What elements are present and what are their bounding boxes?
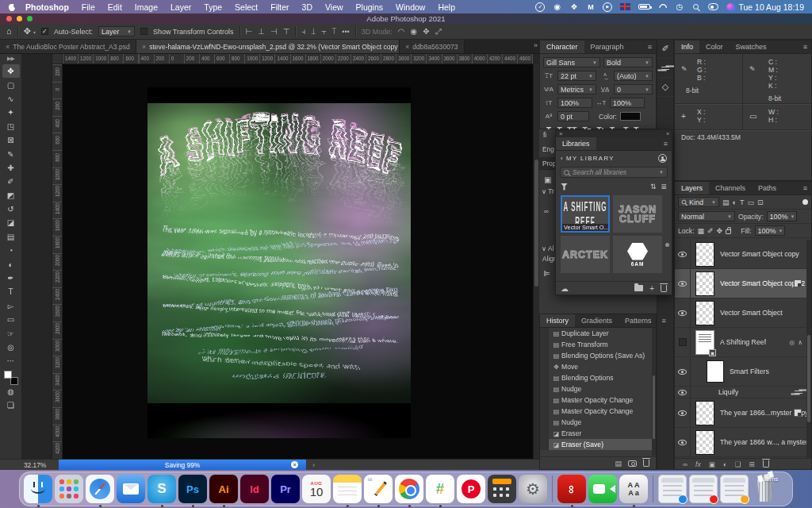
magic-wand-tool[interactable]: ✦ xyxy=(2,106,20,119)
apple-menu-icon[interactable] xyxy=(8,2,16,11)
mimestream-icon[interactable] xyxy=(586,2,595,12)
dock-premiere[interactable]: Pr xyxy=(271,475,300,503)
menu-photoshop[interactable]: Photoshop xyxy=(25,2,69,12)
dock-mail[interactable] xyxy=(117,475,145,503)
layer-row[interactable]: Vector Smart Object copy 2 xyxy=(675,269,806,298)
document-tab[interactable]: ×ddb8a5630073 xyxy=(400,40,465,53)
foreground-background-swatches[interactable] xyxy=(4,371,18,385)
new-snapshot-icon[interactable] xyxy=(628,460,637,467)
layer-row[interactable]: ▣A Shifting Reef◎∧ xyxy=(675,328,806,357)
scrollbar-thumb[interactable] xyxy=(807,335,810,422)
history-step[interactable]: ▤Master Opacity Change xyxy=(540,406,652,417)
control-center-icon[interactable] xyxy=(708,3,718,10)
link-layers-icon[interactable]: ∞ xyxy=(683,460,688,468)
filter-icon[interactable] xyxy=(561,183,568,190)
toolbox-collapse-icon[interactable]: ▶▶ xyxy=(7,56,14,62)
move-tool[interactable]: ✥ xyxy=(2,64,20,78)
filter-type-dropdown[interactable]: Kind ▼ xyxy=(678,197,719,207)
baseline-shift-field[interactable]: 0 pt xyxy=(557,111,589,121)
horizontal-ruler[interactable]: 1400120010008006004002000200400600800100… xyxy=(63,54,533,64)
tab-gradients[interactable]: Gradients xyxy=(575,314,619,327)
dock-font-book[interactable]: A AA a xyxy=(619,475,648,503)
collapse-chevron-icon[interactable]: ∧ xyxy=(798,339,802,346)
filter-adjustment-layers-icon[interactable]: ◐ xyxy=(733,198,737,206)
menu-plugins[interactable]: Plugins xyxy=(356,2,383,12)
dock-notes[interactable] xyxy=(333,475,362,503)
layer-name[interactable]: Vector Smart Object xyxy=(720,309,783,317)
show-transform-checkbox[interactable] xyxy=(140,28,147,35)
history-scrollbar[interactable] xyxy=(652,328,656,456)
tab-paragraph[interactable]: Paragraph xyxy=(584,40,630,53)
dock-calendar[interactable]: AUG10 xyxy=(302,475,331,503)
dock-launchpad[interactable] xyxy=(55,475,83,503)
screen-mode[interactable]: ❏ xyxy=(2,398,20,412)
opacity-dropdown[interactable]: 100% ▼ xyxy=(767,211,797,221)
filter-toggle[interactable] xyxy=(802,199,808,205)
visibility-toggle[interactable] xyxy=(675,328,691,356)
dock-slack[interactable] xyxy=(426,475,454,503)
dock-photoshop[interactable]: Ps xyxy=(178,475,207,503)
layer-row[interactable]: The year 1866...myster copy 2 xyxy=(675,398,806,428)
menu-help[interactable]: Help xyxy=(438,2,455,12)
library-asset[interactable]: JASON CLUFF xyxy=(613,195,662,233)
clock-icon[interactable] xyxy=(675,2,684,12)
history-brush-tool[interactable]: ↺ xyxy=(2,202,20,216)
crop-tool[interactable]: ◳ xyxy=(2,120,20,133)
battery-icon[interactable] xyxy=(638,4,650,10)
eraser-tool[interactable]: ◪ xyxy=(2,216,20,229)
delete-layer-icon[interactable] xyxy=(763,460,769,468)
lock-transparency-icon[interactable]: ▦ xyxy=(698,227,705,235)
pen-tool[interactable]: ✒ xyxy=(2,271,20,285)
close-panel-icon[interactable]: × xyxy=(559,130,563,137)
smudge-tool[interactable]: ◔ xyxy=(2,244,20,257)
tracking-dropdown[interactable]: 0▼ xyxy=(614,84,653,94)
lasso-tool[interactable]: ∿ xyxy=(2,92,20,106)
history-step[interactable]: ▤Free Transform xyxy=(540,339,652,350)
visibility-toggle[interactable] xyxy=(675,298,691,327)
path-select-tool[interactable]: ▻ xyxy=(2,299,20,313)
list-view-icon[interactable]: ≣ xyxy=(661,183,667,190)
brush-settings-icon[interactable]: ✐ xyxy=(657,40,673,59)
menu-image[interactable]: Image xyxy=(135,2,158,12)
layer-row[interactable]: Vector Smart Object xyxy=(675,298,806,328)
layer-name[interactable]: Liquify xyxy=(718,388,738,396)
panel-menu-icon[interactable]: ≡ xyxy=(799,40,811,53)
shape-tool[interactable]: ▭ xyxy=(2,313,20,326)
panel-menu-icon[interactable]: ≡ xyxy=(799,182,811,194)
cancel-progress-icon[interactable]: × xyxy=(291,461,298,468)
adjustment-layer-icon[interactable]: ◐ xyxy=(723,460,727,468)
filter-smart-objects-icon[interactable]: ⊡ xyxy=(757,198,764,206)
history-source-well[interactable] xyxy=(540,383,549,394)
layer-thumbnail[interactable] xyxy=(695,401,714,425)
history-source-well[interactable] xyxy=(540,350,549,361)
dodge-tool[interactable]: ◐ xyxy=(2,257,20,271)
align-left-icon[interactable]: ⊢ xyxy=(246,27,253,36)
home-icon[interactable]: ⌂ xyxy=(6,27,12,36)
dock-pinterest[interactable]: P xyxy=(457,475,485,503)
history-step[interactable]: ◪Eraser (Save) xyxy=(540,439,652,450)
dock-pages[interactable] xyxy=(364,475,393,503)
layer-effects-icon[interactable]: fx xyxy=(695,460,701,468)
panel-menu-icon[interactable]: ≡ xyxy=(660,137,672,150)
layer-thumbnail[interactable] xyxy=(695,271,714,296)
edit-toolbar[interactable]: ⋯ xyxy=(2,354,20,368)
sort-icon[interactable]: ⇅ xyxy=(650,183,657,190)
layer-mask-icon[interactable]: ▣ xyxy=(709,460,715,468)
tab-history[interactable]: History xyxy=(540,314,575,327)
history-step[interactable]: ▤Nudge xyxy=(540,417,652,428)
tab-character[interactable]: Character xyxy=(540,40,584,53)
history-step[interactable]: ▤Master Opacity Change xyxy=(540,394,652,406)
cloud-sync-icon[interactable]: ☁ xyxy=(561,284,569,293)
new-document-from-state-icon[interactable]: ▤ xyxy=(615,460,622,468)
canvas-scrollbar[interactable] xyxy=(533,64,539,459)
tab-info[interactable]: Info xyxy=(675,40,699,53)
tab-swatches[interactable]: Swatches xyxy=(730,40,773,53)
new-group-icon[interactable] xyxy=(634,285,643,291)
library-search-input[interactable]: Search all libraries ▼ xyxy=(560,167,668,178)
library-breadcrumb[interactable]: ‹ MY LIBRARY xyxy=(556,151,672,164)
history-source-well[interactable] xyxy=(540,328,549,339)
3d-panel-icon[interactable]: ◇ xyxy=(657,78,673,97)
dock-skype[interactable]: S xyxy=(147,475,176,503)
visibility-toggle[interactable] xyxy=(675,357,691,386)
creative-cloud-icon[interactable] xyxy=(553,2,561,12)
